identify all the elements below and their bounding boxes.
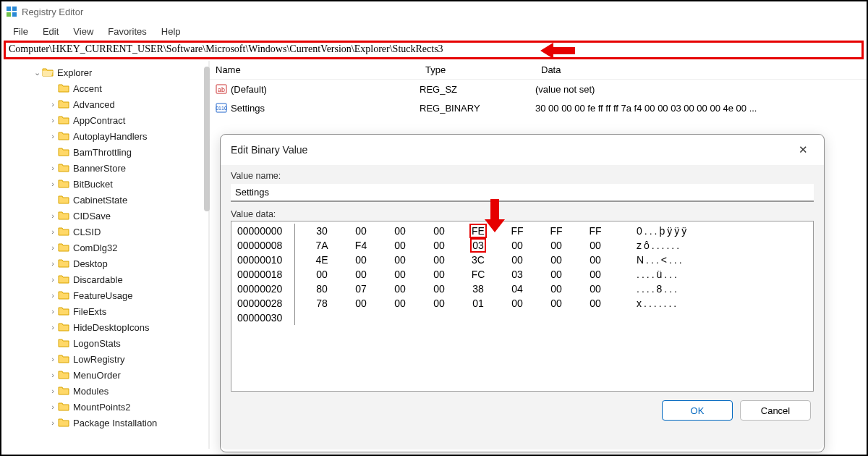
hex-row[interactable]: 0000000030000000FEFFFFFF0...þÿÿÿ: [236, 224, 809, 238]
hex-byte[interactable]: 00: [537, 296, 576, 311]
tree-node[interactable]: ›CLSID: [1, 224, 208, 240]
hex-byte[interactable]: 00: [302, 267, 341, 282]
hex-byte[interactable]: 00: [537, 253, 576, 267]
tree-panel[interactable]: ⌄ Explorer Accent›Advanced›AppContract›A…: [1, 61, 210, 449]
expand-icon[interactable]: ›: [48, 275, 58, 284]
hex-byte[interactable]: 00: [380, 238, 420, 253]
hex-byte[interactable]: 00: [380, 267, 420, 282]
value-name-field[interactable]: Settings: [231, 184, 814, 202]
collapse-icon[interactable]: ⌄: [32, 68, 42, 77]
tree-node-parent[interactable]: ⌄ Explorer: [1, 64, 208, 80]
hex-byte[interactable]: 00: [341, 224, 380, 238]
hex-byte[interactable]: 00: [420, 253, 459, 267]
hex-row[interactable]: 000000087AF4000003000000zô......: [236, 238, 809, 253]
tree-node[interactable]: ›CIDSave: [1, 208, 208, 224]
tree-node[interactable]: CabinetState: [1, 192, 208, 208]
hex-byte[interactable]: FF: [537, 224, 576, 238]
expand-icon[interactable]: ›: [48, 164, 58, 172]
hex-byte[interactable]: 00: [576, 282, 615, 296]
hex-editor[interactable]: 0000000030000000FEFFFFFF0...þÿÿÿ00000008…: [231, 221, 814, 392]
hex-byte[interactable]: 00: [420, 296, 459, 311]
hex-row[interactable]: 000000287800000001000000x.......: [236, 296, 809, 311]
hex-row[interactable]: 00000030: [236, 311, 809, 325]
close-icon[interactable]: ✕: [793, 140, 814, 159]
tree-node[interactable]: ›Advanced: [1, 96, 208, 112]
hex-byte[interactable]: 00: [537, 282, 576, 296]
hex-byte[interactable]: 00: [420, 267, 459, 282]
tree-node[interactable]: ›MountPoints2: [1, 399, 208, 415]
expand-icon[interactable]: ›: [48, 402, 58, 411]
expand-icon[interactable]: ›: [48, 418, 58, 427]
hex-row[interactable]: 000000208007000038040000....8...: [236, 282, 809, 296]
hex-byte[interactable]: FF: [576, 224, 615, 238]
hex-byte[interactable]: 00: [498, 253, 537, 267]
hex-byte[interactable]: 00: [341, 267, 380, 282]
col-header-name[interactable]: Name: [210, 64, 420, 75]
ok-button[interactable]: OK: [662, 400, 733, 421]
hex-byte[interactable]: 04: [498, 282, 537, 296]
hex-row[interactable]: 000000104E0000003C000000N...<...: [236, 253, 809, 267]
menu-edit[interactable]: Edit: [35, 24, 66, 39]
hex-byte[interactable]: 00: [380, 253, 420, 267]
tree-node[interactable]: BamThrottling: [1, 144, 208, 160]
tree-node[interactable]: LogonStats: [1, 335, 208, 351]
address-bar[interactable]: Computer\HKEY_CURRENT_USER\Software\Micr…: [4, 41, 864, 59]
tree-node[interactable]: ›HideDesktopIcons: [1, 319, 208, 335]
expand-icon[interactable]: ›: [48, 291, 58, 300]
expand-icon[interactable]: ›: [48, 259, 58, 268]
expand-icon[interactable]: ›: [48, 100, 58, 109]
hex-byte[interactable]: 00: [341, 296, 380, 311]
highlighted-byte[interactable]: 03: [470, 238, 486, 253]
hex-byte[interactable]: 78: [302, 296, 341, 311]
expand-icon[interactable]: ›: [48, 116, 58, 124]
tree-node[interactable]: ›BannerStore: [1, 160, 208, 176]
hex-byte[interactable]: 00: [420, 224, 459, 238]
hex-byte[interactable]: 7A: [302, 238, 341, 253]
hex-byte[interactable]: 00: [537, 267, 576, 282]
tree-node[interactable]: ›FileExts: [1, 303, 208, 319]
expand-icon[interactable]: ›: [48, 211, 58, 220]
hex-byte[interactable]: F4: [341, 238, 380, 253]
expand-icon[interactable]: ›: [48, 307, 58, 316]
list-row[interactable]: ab(Default)REG_SZ(value not set): [210, 80, 867, 98]
hex-byte[interactable]: 03: [498, 267, 537, 282]
hex-byte[interactable]: 38: [459, 282, 498, 296]
hex-byte[interactable]: 4E: [302, 253, 341, 267]
hex-byte[interactable]: 01: [459, 296, 498, 311]
tree-node[interactable]: ›AppContract: [1, 112, 208, 128]
expand-icon[interactable]: ›: [48, 387, 58, 395]
col-header-data[interactable]: Data: [535, 64, 867, 75]
hex-byte[interactable]: 00: [498, 296, 537, 311]
hex-byte[interactable]: 00: [380, 224, 420, 238]
tree-node[interactable]: ›MenuOrder: [1, 367, 208, 383]
hex-byte[interactable]: 00: [380, 282, 420, 296]
hex-byte[interactable]: 80: [302, 282, 341, 296]
hex-byte[interactable]: 00: [576, 238, 615, 253]
hex-byte[interactable]: 00: [420, 238, 459, 253]
tree-node[interactable]: ›Modules: [1, 383, 208, 399]
menu-help[interactable]: Help: [154, 24, 188, 39]
list-row[interactable]: 0110SettingsREG_BINARY30 00 00 00 fe ff …: [210, 98, 867, 117]
expand-icon[interactable]: ›: [48, 355, 58, 363]
tree-node[interactable]: ›LowRegistry: [1, 351, 208, 367]
expand-icon[interactable]: ›: [48, 243, 58, 252]
hex-byte[interactable]: 00: [576, 296, 615, 311]
tree-node[interactable]: ›Desktop: [1, 256, 208, 271]
hex-byte[interactable]: 07: [341, 282, 380, 296]
hex-row[interactable]: 0000001800000000FC030000....ü...: [236, 267, 809, 282]
menu-favorites[interactable]: Favorites: [101, 24, 153, 39]
col-header-type[interactable]: Type: [420, 64, 535, 75]
hex-byte[interactable]: 00: [576, 267, 615, 282]
cancel-button[interactable]: Cancel: [740, 400, 811, 421]
menu-file[interactable]: File: [6, 24, 35, 39]
hex-byte[interactable]: 3C: [459, 253, 498, 267]
expand-icon[interactable]: ›: [48, 323, 58, 332]
hex-byte[interactable]: 00: [341, 253, 380, 267]
menu-view[interactable]: View: [66, 24, 101, 39]
tree-node[interactable]: ›FeatureUsage: [1, 287, 208, 303]
expand-icon[interactable]: ›: [48, 371, 58, 379]
tree-node[interactable]: Accent: [1, 80, 208, 96]
hex-byte[interactable]: 00: [498, 238, 537, 253]
tree-node[interactable]: ›Package Installation: [1, 415, 208, 431]
hex-byte[interactable]: 00: [537, 238, 576, 253]
